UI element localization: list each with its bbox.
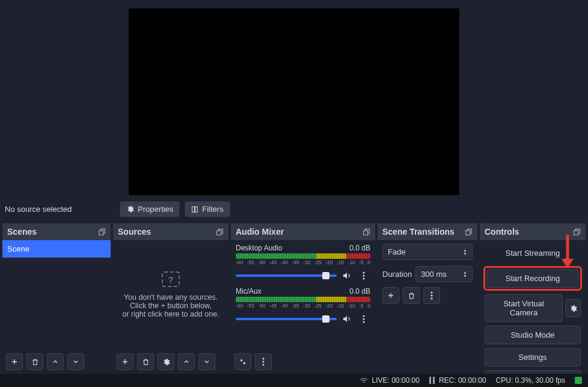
volume-slider[interactable] [236,274,337,277]
scenes-header[interactable]: Scenes [2,223,111,240]
mixer-advanced-button[interactable] [234,353,251,370]
controls-dock: Controls Start Streaming Start Recording… [480,223,586,374]
sources-dock: Sources ? You don't have any sources. Cl… [113,223,228,374]
sources-empty-line1: You don't have any sources. [122,293,219,302]
scenes-footer [2,350,111,374]
transitions-header[interactable]: Scene Transitions [378,223,477,240]
controls-title: Controls [485,227,519,237]
transition-select[interactable]: Fade ▲▼ [382,244,473,260]
duration-value: 300 ms [421,270,447,279]
audio-mixer-dock: Audio Mixer Desktop Audio 0.0 dB -60-55-… [231,223,375,374]
scenes-dock: Scenes Scene [2,223,111,374]
start-recording-button[interactable]: Start Recording [486,269,579,288]
mixer-header[interactable]: Audio Mixer [231,223,375,240]
meter-ticks: -60-55-50-45-40-35-30-25-20-15-10-50 [236,303,370,309]
svg-point-18 [430,294,432,296]
controls-body: Start Streaming Start Recording Start Vi… [480,240,586,374]
sources-placeholder-icon: ? [162,271,180,287]
volume-slider[interactable] [236,318,337,320]
sources-footer [113,350,228,374]
spinner-icon[interactable]: ▲▼ [463,271,467,278]
sources-header[interactable]: Sources [113,223,228,240]
filters-label: Filters [202,205,223,214]
status-rec-text: REC: 00:00:00 [439,376,486,385]
svg-rect-2 [99,231,103,235]
svg-point-11 [240,359,243,362]
popout-icon[interactable] [216,228,224,236]
transitions-body: Fade ▲▼ Duration 300 ms ▲▼ [378,240,477,374]
status-rec: REC: 00:00:00 [429,376,486,385]
speaker-icon[interactable] [340,312,354,326]
svg-point-7 [363,277,364,279]
popout-icon[interactable] [98,228,106,236]
status-network: LIVE: 00:00:00 [360,376,419,385]
filters-button[interactable]: Filters [185,201,230,217]
settings-button[interactable]: Settings [485,348,581,367]
add-source-button[interactable] [117,353,133,370]
move-scene-down-button[interactable] [67,353,84,370]
kebab-icon[interactable] [357,269,370,282]
preview-area [0,0,588,199]
svg-point-10 [363,321,364,323]
channel-name: Desktop Audio [236,244,282,252]
studio-mode-button[interactable]: Studio Mode [485,326,581,344]
mixer-menu-button[interactable] [255,353,272,370]
sources-empty[interactable]: ? You don't have any sources. Click the … [113,240,228,350]
channel-level: 0.0 dB [349,287,370,296]
remove-source-button[interactable] [137,353,154,370]
annotation-highlight: Start Recording [483,266,582,291]
move-source-up-button[interactable] [178,353,195,370]
duration-input[interactable]: 300 ms ▲▼ [415,266,473,282]
status-bar: LIVE: 00:00:00 REC: 00:00:00 CPU: 0.3%, … [0,374,588,387]
filters-icon [191,206,198,213]
pause-icon [429,377,435,384]
svg-rect-3 [217,231,221,235]
status-cpu: CPU: 0.3%, 30.00 fps [496,376,565,385]
mixer-footer [231,350,375,374]
controls-header[interactable]: Controls [480,223,586,240]
svg-rect-4 [364,231,368,235]
preview-canvas[interactable] [129,8,459,195]
popout-icon[interactable] [363,228,370,236]
mixer-title: Audio Mixer [236,227,284,237]
add-scene-button[interactable] [6,353,23,370]
start-streaming-button[interactable]: Start Streaming [485,244,581,262]
transition-selected: Fade [388,247,406,256]
source-toolbar: No source selected Properties Filters [0,199,588,223]
remove-transition-button[interactable] [403,287,420,304]
mixer-channel-desktop-audio: Desktop Audio 0.0 dB -60-55-50-45-40-35-… [231,240,375,283]
svg-rect-0 [192,206,195,212]
svg-point-13 [262,358,264,359]
add-transition-button[interactable] [382,287,399,304]
svg-point-19 [430,297,432,299]
duration-label: Duration [382,270,412,279]
no-source-label: No source selected [4,205,115,214]
vu-meter [236,297,370,302]
kebab-icon[interactable] [357,312,370,326]
scene-item[interactable]: Scene [2,240,111,258]
svg-point-15 [262,364,264,365]
mixer-body: Desktop Audio 0.0 dB -60-55-50-45-40-35-… [231,240,375,350]
start-virtual-camera-button[interactable]: Start Virtual Camera [485,294,563,322]
source-settings-button[interactable] [158,353,174,370]
move-source-down-button[interactable] [198,353,215,370]
sources-empty-line3: or right click here to add one. [122,310,219,318]
remove-scene-button[interactable] [26,353,43,370]
properties-button[interactable]: Properties [120,201,180,217]
transitions-dock: Scene Transitions Fade ▲▼ Duration 300 m… [378,223,477,374]
svg-rect-23 [429,377,431,384]
transition-menu-button[interactable] [423,287,440,304]
svg-rect-16 [466,231,470,235]
popout-icon[interactable] [465,228,473,236]
spinner-icon: ▲▼ [463,249,467,256]
popout-icon[interactable] [573,228,581,236]
speaker-icon[interactable] [340,269,354,282]
move-scene-up-button[interactable] [47,353,64,370]
scenes-list[interactable]: Scene [2,240,111,350]
virtual-camera-settings-button[interactable] [565,299,581,317]
mixer-channel-mic-aux: Mic/Aux 0.0 dB -60-55-50-45-40-35-30-25-… [231,283,375,327]
svg-point-6 [363,274,364,276]
svg-rect-20 [574,231,578,235]
svg-point-8 [363,315,364,317]
sources-empty-text: You don't have any sources. Click the + … [122,293,219,318]
